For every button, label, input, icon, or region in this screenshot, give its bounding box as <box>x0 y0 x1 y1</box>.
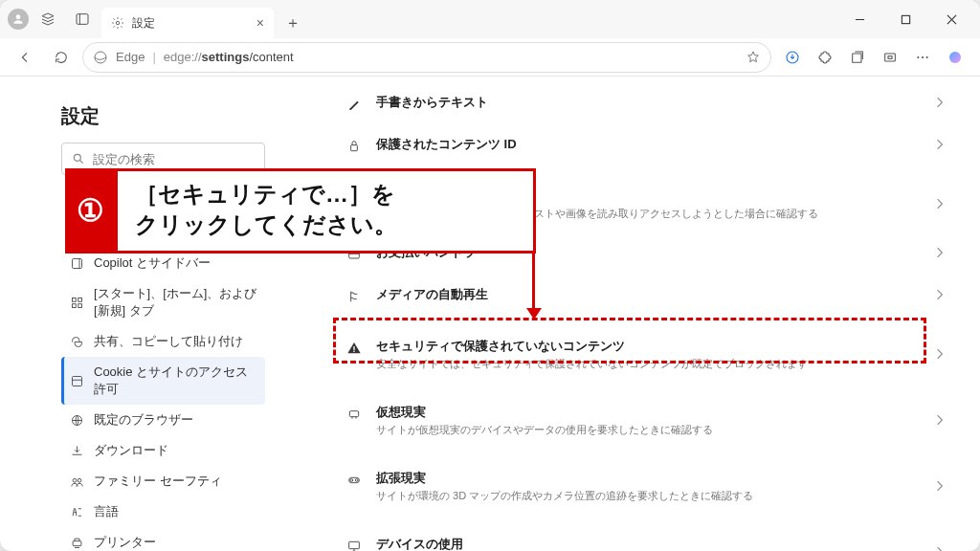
svg-rect-12 <box>888 55 892 58</box>
toolbar: Edge | edge://settings/content <box>0 38 980 77</box>
sidebar-item[interactable]: [スタート]、[ホーム]、および [新規] タブ <box>61 278 265 326</box>
svg-line-18 <box>80 161 83 164</box>
svg-rect-32 <box>73 540 81 545</box>
svg-point-44 <box>350 479 353 482</box>
chevron-right-icon <box>936 412 944 430</box>
svg-point-45 <box>355 479 358 482</box>
setting-row[interactable]: メディアの自動再生 <box>338 275 951 317</box>
svg-rect-27 <box>72 376 81 386</box>
setting-title: 拡張現実 <box>376 470 923 487</box>
sidebar-item-label: プリンター <box>94 534 156 551</box>
setting-row[interactable]: 手書きからテキスト <box>338 82 951 124</box>
address-prefix: Edge <box>116 50 145 64</box>
vertical-tabs-icon[interactable] <box>67 4 98 34</box>
copilot-icon[interactable] <box>940 42 970 73</box>
svg-rect-26 <box>78 303 81 307</box>
chevron-right-icon <box>936 137 944 154</box>
instruction-callout: ① ［セキュリティで…］を クリックしてください。 <box>65 168 536 253</box>
setting-row[interactable]: 保護されたコンテンツ ID <box>338 124 951 166</box>
svg-rect-10 <box>853 54 861 62</box>
setting-icon <box>345 472 363 489</box>
step-number: ① <box>65 168 115 253</box>
edge-logo-icon <box>93 50 108 65</box>
sidebar-item-label: ダウンロード <box>94 442 168 459</box>
search-icon <box>72 152 85 165</box>
svg-rect-1 <box>77 14 88 25</box>
chevron-right-icon <box>936 196 944 213</box>
favorite-icon[interactable] <box>746 50 761 65</box>
svg-rect-36 <box>351 145 358 151</box>
svg-point-14 <box>922 55 924 57</box>
refresh-button[interactable] <box>46 42 77 73</box>
sidebar-item[interactable]: プリンター <box>61 527 265 551</box>
settings-sidebar: 設定 プロファイルCopilot とサイドバー[スタート]、[ホーム]、および … <box>0 77 292 551</box>
sidebar-item[interactable]: 言語 <box>61 496 265 527</box>
sidebar-item-label: 共有、コピーして貼り付け <box>94 333 243 350</box>
sidebar-item[interactable]: 既定のブラウザー <box>61 405 265 435</box>
titlebar: 設定 × ＋ <box>0 0 980 38</box>
setting-icon <box>345 138 363 155</box>
setting-title: 仮想現実 <box>376 404 923 421</box>
svg-point-30 <box>73 478 77 482</box>
nav-icon <box>69 412 84 428</box>
svg-rect-42 <box>349 411 358 417</box>
close-window-button[interactable] <box>930 4 972 34</box>
svg-rect-25 <box>72 303 76 307</box>
nav-icon <box>69 295 84 310</box>
setting-description: サイトが環境の 3D マップの作成やカメラ位置の追跡を要求したときに確認する <box>376 489 923 503</box>
chevron-right-icon <box>936 287 944 304</box>
nav-icon <box>69 255 84 271</box>
svg-rect-23 <box>72 298 76 301</box>
sidebar-item[interactable]: ファミリー セーフティ <box>61 466 265 496</box>
sidebar-item-label: ファミリー セーフティ <box>94 473 222 490</box>
avatar[interactable] <box>8 9 29 30</box>
settings-main: 手書きからテキスト保護されたコンテンツ IDクリップボードサイトがクリップボード… <box>292 77 980 551</box>
gear-icon <box>111 16 124 30</box>
sidebar-item[interactable]: ダウンロード <box>61 435 265 466</box>
setting-title: 手書きからテキスト <box>376 94 923 111</box>
tab-settings[interactable]: 設定 × <box>101 8 274 38</box>
svg-point-13 <box>917 55 919 57</box>
setting-icon <box>345 538 363 551</box>
svg-point-15 <box>926 55 928 57</box>
nav-icon <box>69 474 84 489</box>
setting-icon <box>345 288 363 305</box>
more-icon[interactable] <box>907 42 938 73</box>
svg-point-0 <box>16 14 21 19</box>
setting-icon <box>345 96 363 113</box>
setting-title: メディアの自動再生 <box>376 286 923 303</box>
svg-point-17 <box>74 154 80 161</box>
svg-point-8 <box>95 52 106 63</box>
chevron-right-icon <box>936 478 944 496</box>
new-tab-button[interactable]: ＋ <box>278 8 308 38</box>
chevron-right-icon <box>936 346 944 364</box>
setting-row[interactable]: デバイスの使用サイトは、ユーザーがいつデバイスをアクティブに使用しているか知るこ… <box>338 524 951 551</box>
setting-row[interactable]: 仮想現実サイトが仮想現実のデバイスやデータの使用を要求したときに確認する <box>338 392 951 449</box>
instruction-text: ［セキュリティで…］を クリックしてください。 <box>115 168 536 253</box>
svg-rect-41 <box>353 351 354 352</box>
chevron-right-icon <box>936 245 944 262</box>
collections-icon[interactable] <box>842 42 873 73</box>
address-bar[interactable]: Edge | edge://settings/content <box>82 42 771 73</box>
screenshot-icon[interactable] <box>875 42 905 73</box>
maximize-button[interactable] <box>884 4 926 34</box>
sidebar-item[interactable]: Cookie とサイトのアクセス許可 <box>61 357 265 405</box>
close-icon[interactable]: × <box>256 15 264 31</box>
svg-rect-5 <box>902 15 909 23</box>
downloads-icon[interactable] <box>777 42 808 73</box>
svg-point-3 <box>116 21 120 25</box>
sidebar-item-label: 既定のブラウザー <box>94 411 193 429</box>
sidebar-item[interactable]: 共有、コピーして貼り付け <box>61 326 265 357</box>
page-title: 設定 <box>61 103 265 129</box>
setting-row[interactable]: 拡張現実サイトが環境の 3D マップの作成やカメラ位置の追跡を要求したときに確認… <box>338 458 951 515</box>
workspaces-icon[interactable] <box>33 4 63 34</box>
extensions-icon[interactable] <box>810 42 840 73</box>
minimize-button[interactable] <box>838 4 880 34</box>
back-button[interactable] <box>10 42 40 73</box>
sidebar-item-label: Cookie とサイトのアクセス許可 <box>94 364 257 398</box>
svg-rect-24 <box>78 298 81 301</box>
setting-title: セキュリティで保護されていないコンテンツ <box>376 338 923 355</box>
setting-icon <box>345 340 363 357</box>
svg-rect-21 <box>72 258 81 268</box>
setting-insecure-content[interactable]: セキュリティで保護されていないコンテンツ安全なサイトでは、セキュリティで保護され… <box>338 326 951 383</box>
